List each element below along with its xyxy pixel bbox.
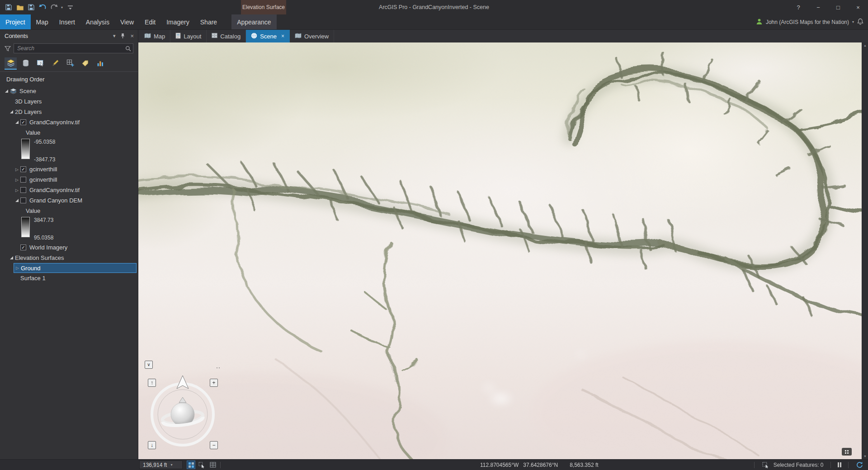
pane-menu-icon[interactable]: ▾ (113, 33, 116, 39)
table-toggle-icon[interactable] (208, 461, 217, 469)
pause-drawing-button[interactable] (838, 462, 842, 467)
layer-item-grandcanyoninv-tif[interactable]: ▷GrandCanyonInv.tif (0, 185, 138, 195)
ribbon-tab-imagery[interactable]: Imagery (161, 14, 195, 29)
ribbon-tab-appearance[interactable]: Appearance (231, 14, 277, 29)
auto-hide-pin-icon[interactable] (120, 33, 125, 39)
attribution-badge[interactable] (842, 448, 852, 456)
drawing-order-label: Drawing Order (0, 72, 138, 86)
layer-item-elevation-surfaces[interactable]: Elevation Surfaces (0, 253, 138, 263)
expander-collapsed-icon[interactable]: ▷ (14, 167, 20, 172)
view-tabs: MapLayoutCatalogScene×Overview (138, 30, 868, 42)
layer-item-2d-layers[interactable]: 2D Layers (0, 107, 138, 117)
layer-visibility-checkbox[interactable] (20, 197, 26, 203)
redo-button[interactable] (50, 3, 58, 11)
view-tab-layout[interactable]: Layout (170, 30, 207, 42)
layer-item-ground[interactable]: ▷Ground (14, 263, 137, 273)
refresh-view-button[interactable] (855, 461, 864, 469)
color-ramp-swatch[interactable] (21, 217, 30, 237)
divider (220, 462, 221, 468)
layer-item-grand-canyon-dem[interactable]: Grand Canyon DEM (0, 195, 138, 206)
zoom-in-button[interactable]: + (210, 379, 218, 387)
expander-collapsed-icon[interactable]: ▷ (14, 266, 21, 270)
open-project-button[interactable] (16, 3, 24, 11)
ribbon-tab-insert[interactable]: Insert (54, 14, 80, 29)
zoom-out-button[interactable]: − (210, 441, 218, 449)
map-scale-value: 136,914 ft (143, 462, 167, 468)
ribbon-tab-map[interactable]: Map (31, 14, 54, 29)
look-up-button[interactable]: ↑ (148, 379, 156, 387)
tree-label: Ground (21, 265, 40, 272)
expander-expanded-icon[interactable] (8, 256, 15, 259)
layer-item-gcinverthill[interactable]: ▷✓gcinverthill (0, 164, 138, 174)
scene-icon (10, 88, 17, 94)
ribbon-tab-project[interactable]: Project (0, 14, 31, 29)
layer-item-scene[interactable]: Scene (0, 86, 138, 96)
color-ramp-swatch[interactable] (21, 139, 30, 159)
notifications-icon[interactable] (857, 18, 863, 26)
expander-expanded-icon[interactable] (14, 199, 20, 202)
layer-item-world-imagery[interactable]: ✓World Imagery (0, 242, 138, 253)
expander-collapsed-icon[interactable]: ▷ (14, 188, 20, 193)
list-by-snapping-tab[interactable] (64, 57, 76, 70)
account-name[interactable]: John (ArcGIS Maps for the Nation) (766, 19, 849, 25)
layout-icon (175, 33, 181, 40)
ribbon-tab-edit[interactable]: Edit (139, 14, 161, 29)
expander-collapsed-icon[interactable]: ▷ (14, 178, 20, 182)
caret-down-icon: ▾ (170, 463, 172, 467)
selection-toggle-icon[interactable] (198, 461, 206, 469)
map-scale-combobox[interactable]: 136,914 ft ▾ (139, 461, 183, 469)
customize-toolbar-button[interactable] (66, 3, 74, 11)
look-down-button[interactable]: ↓ (148, 441, 156, 449)
layer-item-3d-layers[interactable]: 3D Layers (0, 96, 138, 107)
navigator-collapse-button[interactable]: ∨ (145, 361, 153, 369)
expander-expanded-icon[interactable] (8, 110, 15, 113)
view-tab-map[interactable]: Map (139, 30, 170, 42)
close-tab-icon[interactable]: × (281, 33, 284, 39)
list-by-editing-tab[interactable] (49, 57, 61, 70)
view-tab-catalog[interactable]: Catalog (207, 30, 246, 42)
maximize-button[interactable]: □ (828, 0, 848, 14)
layer-item-gcinverthill[interactable]: ▷gcinverthill (0, 174, 138, 185)
layer-tree: Scene3D Layers2D Layers✓GrandCanyonInv.t… (0, 86, 138, 459)
layer-visibility-checkbox[interactable]: ✓ (20, 119, 26, 125)
filter-icon[interactable] (5, 46, 11, 52)
ribbon-tab-share[interactable]: Share (195, 14, 222, 29)
navigator-compass[interactable] (146, 374, 220, 451)
search-input[interactable] (14, 43, 133, 53)
close-button[interactable]: × (848, 0, 868, 14)
list-by-selection-tab[interactable] (34, 57, 47, 70)
layer-visibility-checkbox[interactable]: ✓ (20, 244, 26, 250)
scroll-down-icon[interactable]: ▼ (863, 455, 867, 458)
list-by-labeling-tab[interactable] (79, 57, 91, 70)
selected-features-count[interactable]: Selected Features: 0 (774, 462, 824, 468)
scene-view[interactable]: Colorado City ∨ ↑ + (138, 42, 868, 459)
help-button[interactable]: ? (788, 0, 808, 14)
layer-visibility-checkbox[interactable]: ✓ (20, 166, 26, 172)
expander-expanded-icon[interactable] (14, 121, 20, 124)
ribbon-tab-analysis[interactable]: Analysis (80, 14, 115, 29)
undo-button[interactable] (38, 3, 47, 11)
tree-label: Value (26, 129, 40, 136)
scroll-up-icon[interactable]: ▲ (863, 44, 867, 47)
ramp-max-label: -95.0358 (34, 139, 55, 145)
grid-toggle-icon[interactable] (187, 461, 195, 469)
view-tab-overview[interactable]: Overview (290, 30, 334, 42)
list-by-charts-tab[interactable] (94, 57, 106, 70)
close-pane-icon[interactable]: × (130, 33, 134, 39)
map-scrollbar[interactable]: ▲ ▼ (862, 42, 868, 459)
account-area: John (ArcGIS Maps for the Nation) ▾ (756, 14, 863, 30)
ribbon-tab-view[interactable]: View (115, 14, 139, 29)
save-project-button[interactable] (5, 3, 13, 11)
list-by-data-source-tab[interactable] (19, 57, 32, 70)
coordinate-readout[interactable]: 112.8704565°W 37.6428676°N 8,563.352 ft (480, 462, 599, 468)
view-tab-scene[interactable]: Scene× (246, 30, 290, 42)
layer-visibility-checkbox[interactable] (20, 177, 26, 183)
layer-item-grandcanyoninv-tif[interactable]: ✓GrandCanyonInv.tif (0, 117, 138, 127)
undo-dropdown-caret-icon[interactable]: ▾ (61, 5, 63, 9)
layer-item-surface-1[interactable]: Surface 1 (0, 273, 138, 283)
save-button[interactable] (27, 3, 35, 11)
layer-visibility-checkbox[interactable] (20, 187, 26, 193)
expander-expanded-icon[interactable] (3, 89, 10, 93)
minimize-button[interactable]: − (808, 0, 828, 14)
list-by-drawing-order-tab[interactable] (5, 57, 17, 70)
